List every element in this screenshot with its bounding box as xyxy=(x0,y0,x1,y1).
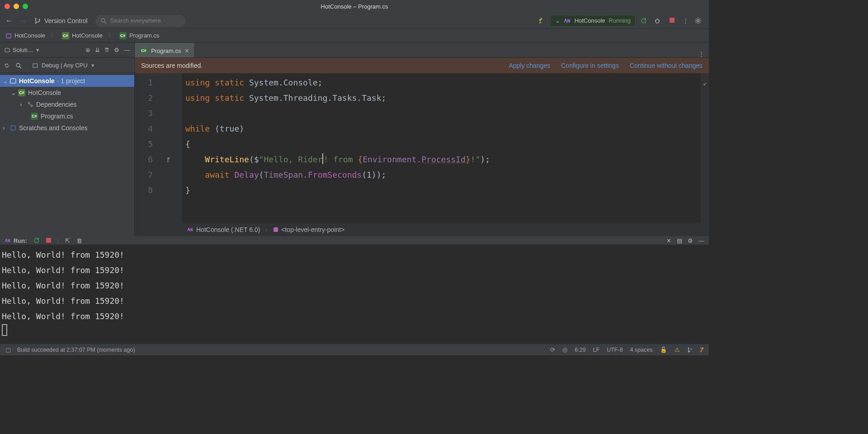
readonly-toggle-icon[interactable]: 🔓 xyxy=(660,346,667,353)
tree-file-program[interactable]: C# Program.cs xyxy=(0,110,134,122)
hot-reload-notification: Sources are modified. Apply changes Conf… xyxy=(135,58,709,73)
run-output[interactable]: Hello, World! from 15920! Hello, World! … xyxy=(0,245,709,344)
layout-icon[interactable]: ▤ xyxy=(677,237,682,244)
title-bar: HotConsole – Program.cs xyxy=(0,0,709,13)
status-build: Build succeeded at 2:37:07 PM (moments a… xyxy=(17,347,135,353)
breadcrumb-project[interactable]: C# HotConsole xyxy=(62,32,103,39)
build-config-dropdown[interactable]: Debug | Any CPU ▾ xyxy=(29,61,98,70)
restart-icon[interactable] xyxy=(640,17,649,24)
notifications-icon[interactable]: 7 xyxy=(700,346,703,354)
breadcrumb-solution[interactable]: HotConsole xyxy=(5,32,45,39)
method-icon xyxy=(273,227,278,232)
output-line: Hello, World! from 15920! xyxy=(2,263,707,278)
tool-window-icon[interactable]: ▢ xyxy=(5,346,11,353)
run-configuration[interactable]: ⌄ HotConsole Running xyxy=(550,15,636,27)
code-editor[interactable]: using static System.Console; using stati… xyxy=(182,73,709,223)
search-everywhere[interactable]: Search everywhere xyxy=(95,15,185,27)
chevron-down-icon[interactable]: ▾ xyxy=(36,47,39,53)
crumb-project[interactable]: HotConsole (.NET 6.0) xyxy=(187,226,260,233)
cs-file-icon: C# xyxy=(119,32,127,39)
sync-icon[interactable] xyxy=(4,62,10,69)
run-config-name: HotConsole xyxy=(575,17,605,24)
output-line: Hello, World! from 15920! xyxy=(2,293,707,309)
build-gutter-icon[interactable] xyxy=(156,152,182,167)
settings-icon[interactable] xyxy=(694,17,703,24)
nav-forward-icon[interactable]: → xyxy=(19,16,27,25)
vcs-button[interactable]: Version Control xyxy=(34,17,88,24)
minimize-window[interactable] xyxy=(14,4,19,9)
inspection-icon[interactable]: ⚠ xyxy=(675,346,680,353)
collapse-all-icon[interactable]: ⇈ xyxy=(104,47,109,53)
navigation-breadcrumb: HotConsole C# HotConsole C# Program.cs xyxy=(0,29,709,42)
chevron-down-icon: ▾ xyxy=(91,62,94,69)
build-icon[interactable] xyxy=(538,17,546,25)
search-placeholder: Search everywhere xyxy=(110,17,161,24)
svg-point-9 xyxy=(697,19,699,22)
svg-point-16 xyxy=(28,102,30,104)
debug-icon[interactable] xyxy=(654,17,663,24)
more-actions-icon[interactable]: ⋮ xyxy=(681,17,690,24)
tree-solution-root[interactable]: ⌄ HotConsole · 1 project xyxy=(0,75,134,87)
hide-panel-icon[interactable]: — xyxy=(698,237,704,244)
crumb-entry[interactable]: <top-level-entry-point> xyxy=(273,226,344,233)
svg-point-23 xyxy=(688,351,689,352)
caret-position[interactable]: 6:29 xyxy=(575,347,585,353)
close-tab-icon[interactable]: ✕ xyxy=(184,47,189,54)
svg-point-3 xyxy=(101,19,105,22)
trash-icon[interactable]: 🗑 xyxy=(76,237,82,244)
maximize-window[interactable] xyxy=(23,4,28,9)
processes-icon[interactable]: ◎ xyxy=(562,346,567,353)
status-bar: ▢ Build succeeded at 2:37:07 PM (moments… xyxy=(0,344,709,355)
apply-changes-link[interactable]: Apply changes xyxy=(509,62,550,69)
editor-breadcrumb: HotConsole (.NET 6.0) › <top-level-entry… xyxy=(135,223,709,236)
tree-project[interactable]: ⌄ C# HotConsole xyxy=(0,87,134,99)
git-fetch-icon[interactable]: ⟳ xyxy=(550,346,555,353)
expand-all-icon[interactable]: ⇊ xyxy=(95,47,100,53)
inspection-ok-icon[interactable]: ✔ xyxy=(703,76,707,91)
run-config-status: Running xyxy=(609,17,631,24)
indent-info[interactable]: 4 spaces xyxy=(630,347,653,353)
stop-icon[interactable] xyxy=(667,17,676,24)
breadcrumb-file[interactable]: C# Program.cs xyxy=(119,32,159,39)
tree-dependencies[interactable]: › Dependencies xyxy=(0,99,134,110)
svg-rect-11 xyxy=(5,48,9,52)
hide-panel-icon[interactable]: — xyxy=(124,47,130,53)
svg-point-22 xyxy=(690,348,692,349)
close-window[interactable] xyxy=(5,4,10,9)
tab-program-cs[interactable]: C# Program.cs ✕ xyxy=(135,43,194,57)
nav-back-icon[interactable]: ← xyxy=(5,16,13,25)
solution-tree: ⌄ HotConsole · 1 project ⌄ C# HotConsole… xyxy=(0,73,134,236)
branch-icon[interactable] xyxy=(687,347,693,353)
svg-line-4 xyxy=(104,22,106,24)
svg-point-17 xyxy=(31,105,33,107)
output-line: Hello, World! from 15920! xyxy=(2,309,707,324)
line-separator[interactable]: LF xyxy=(593,347,600,353)
gear-icon[interactable]: ⚙ xyxy=(114,47,119,53)
locate-icon[interactable]: ⊕ xyxy=(85,47,90,53)
export-icon[interactable]: ⇱ xyxy=(65,237,70,244)
output-cursor xyxy=(2,324,7,336)
run-header: Run: | ⇱ 🗑 ✕ ▤ ⚙ — xyxy=(0,236,709,245)
solution-icon xyxy=(5,33,12,39)
line-number-gutter[interactable]: 1 2 3 4 5 6 7 8 xyxy=(135,73,156,223)
stop-icon[interactable] xyxy=(46,237,51,244)
nav-arrows: ← → xyxy=(5,16,27,25)
notification-message: Sources are modified. xyxy=(141,62,203,69)
configure-settings-link[interactable]: Configure in settings xyxy=(561,62,619,69)
svg-rect-10 xyxy=(6,34,11,38)
tree-scratches[interactable]: › Scratches and Consoles xyxy=(0,122,134,134)
gear-icon[interactable]: ⚙ xyxy=(688,237,693,244)
output-line: Hello, World! from 15920! xyxy=(2,247,707,263)
close-panel-icon[interactable]: ✕ xyxy=(666,237,671,244)
vcs-label: Version Control xyxy=(44,17,88,24)
continue-without-changes-link[interactable]: Continue without changes xyxy=(630,62,703,69)
rerun-icon[interactable] xyxy=(33,237,40,244)
file-encoding[interactable]: UTF-8 xyxy=(607,347,623,353)
tabs-more-icon[interactable]: ⋮ xyxy=(694,51,709,57)
svg-point-21 xyxy=(688,347,689,349)
svg-rect-20 xyxy=(274,227,278,232)
search-icon[interactable] xyxy=(15,62,22,69)
svg-point-2 xyxy=(35,22,37,24)
sidebar-title: Soluti… xyxy=(13,47,33,53)
error-stripe[interactable] xyxy=(701,73,709,223)
